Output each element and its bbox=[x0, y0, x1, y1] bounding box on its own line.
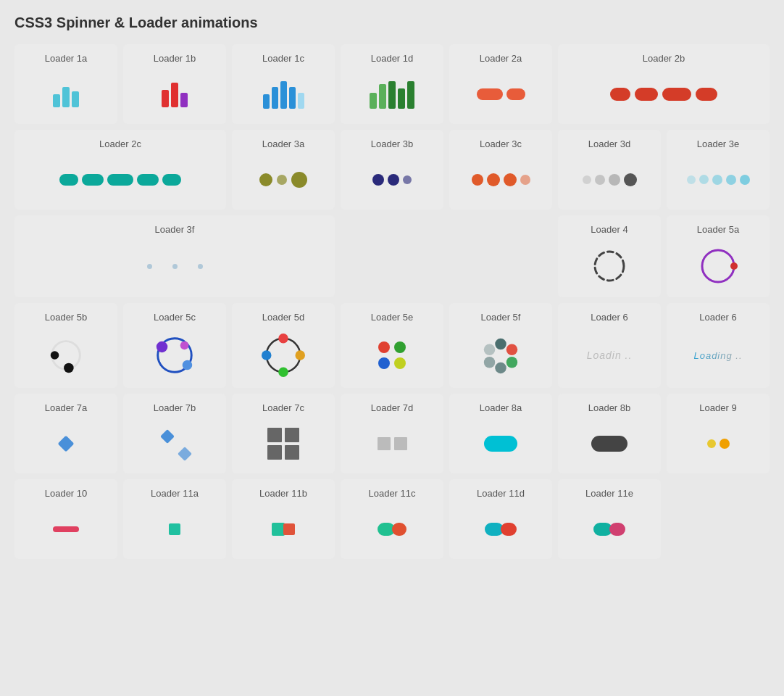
rects-2c bbox=[59, 174, 181, 186]
rect bbox=[506, 88, 525, 100]
svg-point-18 bbox=[495, 362, 506, 373]
card-loader2c: Loader 2c bbox=[14, 130, 226, 210]
dot bbox=[740, 175, 750, 185]
loader3a-label: Loader 3a bbox=[262, 138, 305, 149]
dots-3b bbox=[372, 174, 412, 186]
teal-square-icon bbox=[169, 523, 180, 535]
pills-teal-red-icon bbox=[485, 521, 517, 537]
dot bbox=[277, 175, 287, 185]
rect bbox=[635, 88, 658, 101]
loader6a-text: Loadin .. bbox=[587, 349, 633, 361]
loader-grid: Loader 1a Loader 1b Loader 1c bbox=[14, 44, 770, 559]
loader5a-visual bbox=[672, 245, 764, 287]
squares-pair-icon bbox=[378, 437, 407, 450]
svg-point-20 bbox=[484, 344, 495, 355]
loader6a-label: Loader 6 bbox=[591, 312, 627, 323]
loader5c-label: Loader 5c bbox=[154, 312, 196, 323]
bars-1b bbox=[162, 81, 188, 107]
dot bbox=[487, 173, 500, 186]
dot bbox=[394, 357, 406, 369]
svg-point-15 bbox=[495, 339, 506, 349]
card-loader2a: Loader 2a bbox=[449, 44, 552, 124]
card-loader9: Loader 9 bbox=[667, 394, 770, 473]
card-loader11a: Loader 11a bbox=[123, 479, 226, 559]
bar bbox=[62, 87, 70, 107]
card-loader3e: Loader 3e bbox=[667, 130, 770, 210]
bar bbox=[398, 88, 405, 109]
card-loader11d: Loader 11d bbox=[449, 479, 552, 559]
loader7d-visual bbox=[346, 423, 438, 463]
square bbox=[394, 437, 407, 450]
loader8a-visual bbox=[455, 423, 546, 463]
loader7b-visual bbox=[129, 423, 220, 463]
loader6b-text: Loading .. bbox=[693, 350, 742, 361]
dot bbox=[394, 341, 406, 353]
loader11c-label: Loader 11c bbox=[368, 488, 415, 499]
card-loader5f: Loader 5f bbox=[449, 303, 552, 388]
squares-grid-icon bbox=[267, 428, 299, 460]
card-loader3b: Loader 3b bbox=[341, 130, 443, 210]
svg-point-7 bbox=[157, 341, 168, 353]
card-loader11e: Loader 11e bbox=[558, 479, 661, 559]
petal-spinner-icon bbox=[480, 334, 522, 376]
loader5b-label: Loader 5b bbox=[45, 312, 88, 323]
dot bbox=[726, 175, 736, 185]
square-red bbox=[283, 523, 295, 535]
loader10-visual bbox=[20, 509, 112, 549]
colored-orbit-icon bbox=[261, 333, 306, 378]
loader5f-visual bbox=[455, 333, 546, 378]
loader3b-label: Loader 3b bbox=[371, 138, 414, 149]
card-loader11b: Loader 11b bbox=[232, 479, 335, 559]
svg-point-13 bbox=[278, 367, 288, 377]
bars-1a bbox=[53, 81, 79, 107]
svg-point-19 bbox=[484, 357, 495, 368]
card-loader1a: Loader 1a bbox=[14, 44, 117, 124]
pill-pink-e bbox=[609, 523, 625, 536]
card-loader5a: Loader 5a bbox=[667, 215, 770, 297]
rect bbox=[137, 174, 159, 186]
dot bbox=[687, 175, 696, 184]
diamond-pair-icon bbox=[157, 426, 193, 462]
card-loader3c: Loader 3c bbox=[449, 130, 552, 210]
dot bbox=[699, 175, 709, 184]
card-loader5d: Loader 5d bbox=[232, 303, 335, 388]
loader11c-visual bbox=[346, 509, 438, 549]
bar bbox=[162, 90, 169, 107]
dot bbox=[583, 175, 591, 184]
loader7c-visual bbox=[238, 423, 329, 463]
card-loader3f: Loader 3f bbox=[14, 215, 335, 297]
loader2a-visual bbox=[455, 74, 546, 114]
dot-large bbox=[720, 439, 730, 449]
card-loader6a: Loader 6 Loadin .. bbox=[558, 303, 661, 388]
loader5c-visual bbox=[129, 333, 220, 378]
loader1c-visual bbox=[238, 74, 329, 114]
card-loader1c: Loader 1c bbox=[232, 44, 335, 124]
card-loader7a: Loader 7a bbox=[14, 394, 117, 473]
loader3c-label: Loader 3c bbox=[480, 138, 522, 149]
card-loader8a: Loader 8a bbox=[449, 394, 552, 473]
bar bbox=[53, 94, 60, 107]
bar bbox=[370, 93, 377, 109]
card-loader2b: Loader 2b bbox=[558, 44, 770, 124]
card-loader1d: Loader 1d bbox=[341, 44, 443, 124]
card-loader8b: Loader 8b bbox=[558, 394, 661, 473]
dot bbox=[388, 174, 399, 186]
loader4-visual bbox=[564, 245, 655, 287]
loader1b-visual bbox=[129, 74, 220, 114]
loader8a-label: Loader 8a bbox=[480, 402, 522, 413]
circle-orbit-icon bbox=[45, 334, 87, 376]
loader1a-label: Loader 1a bbox=[45, 53, 88, 64]
pill-red-d bbox=[501, 523, 517, 536]
diamond-2 bbox=[178, 447, 192, 461]
card-loader1b: Loader 1b bbox=[123, 44, 226, 124]
bar bbox=[289, 87, 296, 109]
diamond-1 bbox=[160, 429, 175, 444]
loader11d-label: Loader 11d bbox=[477, 488, 525, 499]
card-loader3d: Loader 3d bbox=[558, 130, 661, 210]
svg-point-16 bbox=[506, 344, 517, 355]
dot bbox=[403, 175, 412, 184]
card-loader3a: Loader 3a bbox=[232, 130, 335, 210]
square bbox=[285, 445, 299, 460]
bar bbox=[379, 84, 386, 109]
loader1c-label: Loader 1c bbox=[262, 53, 304, 64]
